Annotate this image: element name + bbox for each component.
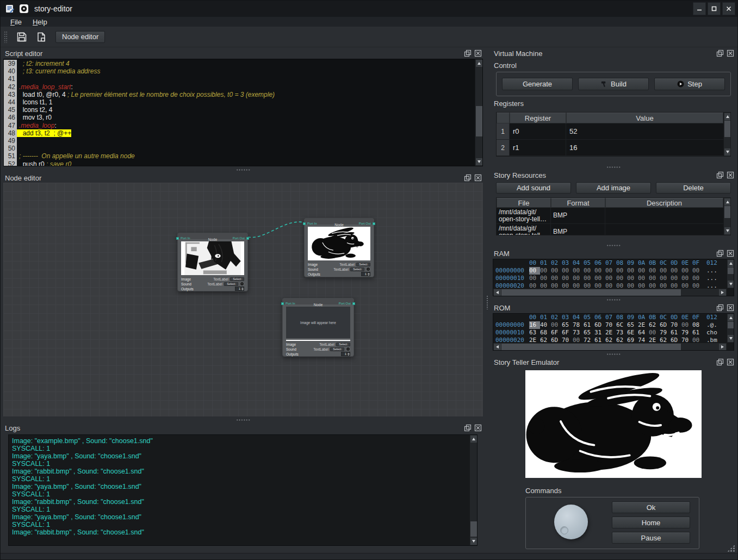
hex-byte[interactable]: 6C xyxy=(616,321,627,329)
script-editor-area[interactable]: 39 ; t2: increment 440 ; t3: current med… xyxy=(3,59,483,166)
hex-byte[interactable]: 79 xyxy=(660,329,671,337)
float-panel-button[interactable] xyxy=(716,304,724,312)
format-cell[interactable]: BMP xyxy=(551,224,605,235)
hex-byte[interactable]: 70 xyxy=(562,337,573,343)
file-cell[interactable]: /mnt/data/git/open-story-tell xyxy=(497,224,551,235)
rom-hex-view[interactable]: 000102030405060708090A0B0C0D0E0F01200000… xyxy=(493,313,734,351)
ram-vertical-scrollbar[interactable] xyxy=(727,259,734,288)
close-panel-button[interactable] xyxy=(727,250,734,257)
hex-byte[interactable]: 62 xyxy=(660,337,671,343)
hex-byte[interactable]: 61 xyxy=(692,329,703,337)
splitter-left-right[interactable] xyxy=(485,47,489,553)
hex-byte[interactable]: 00 xyxy=(649,282,660,288)
titlebar[interactable]: story-editor xyxy=(1,1,737,17)
hex-byte[interactable]: 00 xyxy=(616,267,627,275)
select-sound-button[interactable]: Select xyxy=(350,267,364,271)
hex-byte[interactable]: 00 xyxy=(573,282,584,288)
port-in-dot[interactable] xyxy=(281,302,284,305)
hex-byte[interactable]: 00 xyxy=(681,267,692,275)
hex-byte[interactable]: 74 xyxy=(638,337,649,343)
save-button[interactable] xyxy=(15,30,28,43)
hex-byte[interactable]: 00 xyxy=(573,337,584,343)
hex-byte[interactable]: 2E xyxy=(649,337,660,343)
hex-byte[interactable]: 00 xyxy=(540,267,551,275)
close-panel-button[interactable] xyxy=(727,304,734,312)
hex-byte[interactable]: 00 xyxy=(649,267,660,275)
hex-byte[interactable]: 00 xyxy=(551,275,562,282)
hex-byte[interactable]: 00 xyxy=(529,275,540,282)
hex-byte[interactable]: 00 xyxy=(660,275,671,282)
hex-byte[interactable]: 00 xyxy=(605,282,616,288)
menu-help[interactable]: Help xyxy=(28,18,52,26)
outputs-spinbox[interactable]: 1 xyxy=(341,352,350,356)
rom-vertical-scrollbar[interactable] xyxy=(727,314,734,343)
port-in-dot[interactable] xyxy=(176,237,179,240)
play-sound-button[interactable] xyxy=(366,267,370,271)
register-value-cell[interactable]: 52 xyxy=(566,123,723,139)
register-row[interactable]: 1r052 xyxy=(497,123,730,140)
select-image-button[interactable]: Select xyxy=(356,263,370,266)
hex-byte[interactable]: 62 xyxy=(616,337,627,343)
hex-byte[interactable]: 00 xyxy=(551,321,562,329)
hex-byte[interactable]: 00 xyxy=(627,275,638,282)
hex-byte[interactable]: 00 xyxy=(584,275,594,282)
close-button[interactable] xyxy=(722,2,735,15)
splitter[interactable] xyxy=(489,164,737,170)
resources-scrollbar[interactable] xyxy=(723,198,730,235)
hex-byte[interactable]: 00 xyxy=(529,267,540,275)
register-name-cell[interactable]: r1 xyxy=(510,140,566,155)
media-node[interactable]: Node Port In Port Out ImageTextLabelSele… xyxy=(177,233,248,291)
home-button[interactable]: Home xyxy=(612,517,690,528)
step-button[interactable]: Step xyxy=(654,78,725,90)
select-sound-button[interactable]: Select xyxy=(224,282,238,286)
add-sound-button[interactable]: Add sound xyxy=(496,182,571,194)
hex-byte[interactable]: 00 xyxy=(616,282,627,288)
outputs-spinbox[interactable]: 1 xyxy=(361,272,370,276)
float-panel-button[interactable] xyxy=(716,171,724,179)
hex-byte[interactable]: 62 xyxy=(649,321,660,329)
hex-byte[interactable]: 00 xyxy=(692,275,703,282)
hex-byte[interactable]: 00 xyxy=(605,275,616,282)
hex-byte[interactable]: 65 xyxy=(562,321,573,329)
select-sound-button[interactable]: Select xyxy=(330,347,344,351)
hex-byte[interactable]: 00 xyxy=(594,275,605,282)
hex-byte[interactable]: 31 xyxy=(594,329,605,337)
port-out-dot[interactable] xyxy=(373,222,375,225)
hex-byte[interactable]: 70 xyxy=(681,337,692,343)
float-panel-button[interactable] xyxy=(716,358,724,366)
hex-byte[interactable]: 65 xyxy=(584,329,594,337)
description-cell[interactable] xyxy=(605,208,723,223)
hex-byte[interactable]: 00 xyxy=(649,329,660,337)
hex-byte[interactable]: 62 xyxy=(540,337,551,343)
outputs-spinbox[interactable]: 1 xyxy=(235,287,244,291)
hex-byte[interactable]: 00 xyxy=(594,267,605,275)
hex-byte[interactable]: 69 xyxy=(627,337,638,343)
generate-button[interactable]: Generate xyxy=(502,78,573,90)
file-cell[interactable]: /mnt/data/git/open-story-tell… xyxy=(497,208,551,223)
close-panel-button[interactable] xyxy=(727,49,734,57)
hex-byte[interactable]: 00 xyxy=(573,267,584,275)
file-column-header[interactable]: File xyxy=(497,198,551,208)
hex-byte[interactable]: 00 xyxy=(692,282,703,288)
hex-byte[interactable]: 00 xyxy=(660,267,671,275)
splitter-script-node[interactable] xyxy=(1,166,485,173)
hex-byte[interactable]: 00 xyxy=(671,282,681,288)
ok-button[interactable]: Ok xyxy=(612,501,690,513)
hex-byte[interactable]: 00 xyxy=(562,275,573,282)
format-column-header[interactable]: Format xyxy=(551,198,605,208)
menu-file[interactable]: File xyxy=(6,18,26,26)
close-panel-button[interactable] xyxy=(474,49,482,57)
rom-horizontal-scrollbar[interactable] xyxy=(493,343,727,350)
hex-byte[interactable]: 65 xyxy=(627,321,638,329)
hex-byte[interactable]: 2E xyxy=(529,337,540,343)
hex-byte[interactable]: 2E xyxy=(605,329,616,337)
description-column-header[interactable]: Description xyxy=(605,198,723,208)
add-image-button[interactable]: Add image xyxy=(576,182,651,194)
close-panel-button[interactable] xyxy=(474,174,482,182)
hex-byte[interactable]: 00 xyxy=(638,267,649,275)
hex-byte[interactable]: 40 xyxy=(540,321,551,329)
hex-byte[interactable]: 00 xyxy=(681,282,692,288)
hex-byte[interactable]: 6F xyxy=(551,329,562,337)
description-cell[interactable] xyxy=(605,224,723,235)
close-panel-button[interactable] xyxy=(727,358,734,366)
